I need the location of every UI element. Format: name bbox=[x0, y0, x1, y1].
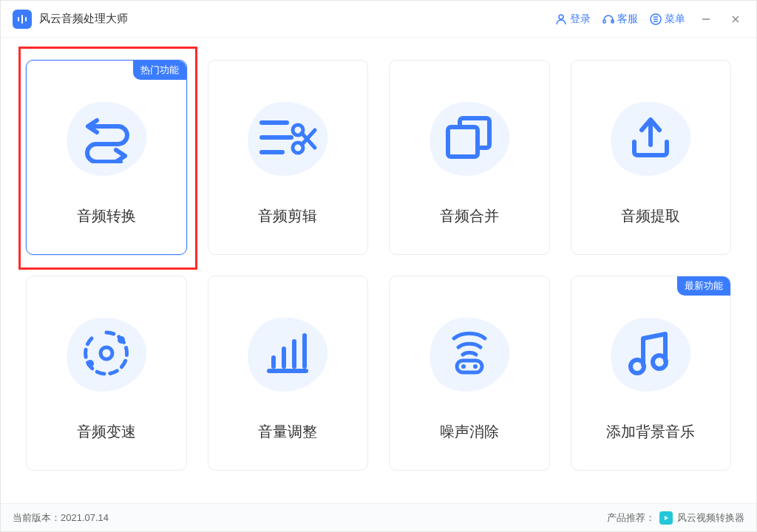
card-audio-merge[interactable]: 音频合并 bbox=[389, 60, 550, 255]
badge-new: 最新功能 bbox=[677, 276, 730, 296]
card-icon-wrap bbox=[602, 89, 699, 185]
card-audio-speed[interactable]: 音频变速 bbox=[26, 276, 187, 471]
card-icon-wrap bbox=[58, 89, 155, 185]
audio-bars-icon bbox=[16, 13, 28, 25]
support-label: 客服 bbox=[617, 13, 638, 26]
music-note-icon bbox=[627, 328, 674, 378]
title-actions: 登录 客服 菜单 bbox=[555, 10, 744, 28]
svg-rect-2 bbox=[25, 17, 27, 21]
merge-copy-icon bbox=[444, 114, 495, 161]
support-button[interactable]: 客服 bbox=[602, 13, 638, 26]
card-icon-wrap bbox=[240, 305, 336, 401]
app-title: 风云音频处理大师 bbox=[39, 12, 128, 26]
convert-icon bbox=[78, 112, 135, 163]
svg-point-32 bbox=[473, 364, 478, 369]
card-icon-wrap bbox=[421, 305, 517, 401]
minimize-icon bbox=[702, 15, 710, 24]
card-label: 添加背景音乐 bbox=[606, 422, 695, 442]
card-label: 音频合并 bbox=[440, 206, 499, 226]
svg-rect-1 bbox=[21, 15, 23, 24]
svg-point-31 bbox=[461, 364, 466, 369]
play-icon bbox=[662, 514, 670, 522]
recommend-label: 产品推荐： bbox=[607, 511, 655, 525]
svg-point-34 bbox=[653, 355, 666, 369]
login-button[interactable]: 登录 bbox=[555, 13, 591, 26]
svg-rect-30 bbox=[457, 361, 482, 372]
svg-point-22 bbox=[101, 347, 112, 359]
badge-hot: 热门功能 bbox=[133, 61, 186, 80]
main-content: 热门功能 音频转换 bbox=[1, 38, 756, 471]
scissors-list-icon bbox=[257, 115, 318, 160]
version-label: 当前版本： bbox=[13, 511, 61, 525]
svg-rect-4 bbox=[603, 20, 605, 23]
user-icon bbox=[555, 13, 567, 25]
volume-bars-icon bbox=[263, 331, 312, 375]
card-label: 音量调整 bbox=[258, 422, 317, 442]
app-logo bbox=[13, 10, 32, 29]
svg-rect-20 bbox=[448, 127, 478, 157]
noise-waves-icon bbox=[445, 330, 494, 377]
card-label: 音频变速 bbox=[77, 422, 136, 442]
close-button[interactable] bbox=[727, 10, 744, 28]
headset-icon bbox=[602, 13, 614, 25]
minimize-button[interactable] bbox=[697, 10, 715, 28]
card-icon-wrap bbox=[421, 89, 517, 185]
recommend-product-logo bbox=[659, 511, 673, 525]
menu-label: 菜单 bbox=[665, 13, 685, 26]
feature-grid: 热门功能 音频转换 bbox=[26, 60, 731, 471]
card-label: 音频提取 bbox=[621, 206, 680, 226]
card-audio-convert[interactable]: 热门功能 音频转换 bbox=[26, 60, 187, 255]
statusbar: 当前版本： 2021.07.14 产品推荐： 风云视频转换器 bbox=[1, 503, 756, 531]
card-volume-adjust[interactable]: 音量调整 bbox=[208, 276, 369, 471]
menu-icon bbox=[650, 13, 662, 25]
version-value: 2021.07.14 bbox=[61, 512, 109, 523]
card-icon-wrap bbox=[240, 89, 336, 185]
card-icon-wrap bbox=[602, 305, 699, 401]
card-add-bgm[interactable]: 最新功能 添加背景音乐 bbox=[571, 276, 732, 471]
card-label: 音频转换 bbox=[77, 206, 136, 226]
card-label: 噪声消除 bbox=[440, 422, 499, 442]
card-label: 音频剪辑 bbox=[258, 206, 317, 226]
svg-point-3 bbox=[559, 15, 563, 19]
card-icon-wrap bbox=[58, 305, 155, 401]
card-noise-remove[interactable]: 噪声消除 bbox=[389, 276, 550, 471]
card-audio-extract[interactable]: 音频提取 bbox=[571, 60, 732, 255]
close-icon bbox=[731, 15, 740, 24]
login-label: 登录 bbox=[570, 13, 591, 26]
card-audio-edit[interactable]: 音频剪辑 bbox=[208, 60, 369, 255]
menu-button[interactable]: 菜单 bbox=[650, 13, 685, 26]
svg-rect-0 bbox=[18, 17, 19, 21]
speed-circle-icon bbox=[80, 327, 133, 380]
svg-point-24 bbox=[86, 360, 94, 367]
extract-upload-icon bbox=[627, 114, 674, 161]
svg-point-33 bbox=[631, 360, 644, 373]
recommend-product[interactable]: 风云视频转换器 bbox=[677, 511, 744, 525]
svg-point-23 bbox=[118, 336, 125, 344]
titlebar: 风云音频处理大师 登录 客服 菜单 bbox=[1, 1, 756, 38]
